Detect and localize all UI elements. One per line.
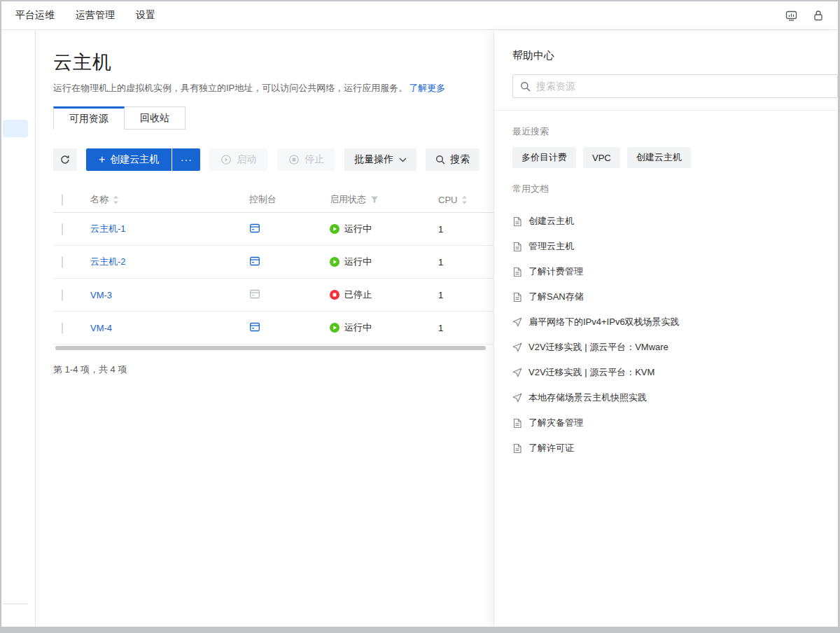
status-cell: 运行中	[330, 256, 438, 268]
create-vm-label: 创建云主机	[110, 153, 159, 166]
select-all-checkbox[interactable]	[62, 194, 63, 206]
document-icon	[512, 443, 522, 454]
vm-name-link[interactable]: 云主机-1	[90, 223, 126, 234]
stop-button[interactable]: 停止	[277, 148, 335, 171]
vm-name-link[interactable]: 云主机-2	[90, 256, 126, 267]
column-header-status[interactable]: 启用状态	[330, 193, 438, 206]
nav-operation-mgmt[interactable]: 运营管理	[76, 9, 115, 22]
doc-list: 创建云主机 管理云主机 了解计费管理 了解SAN存储 扁平网络下的IPv4+IP…	[512, 209, 838, 461]
doc-link[interactable]: 管理云主机	[512, 234, 838, 259]
row-checkbox[interactable]	[62, 289, 63, 301]
doc-link[interactable]: 了解灾备管理	[512, 410, 838, 436]
recent-tag[interactable]: VPC	[583, 147, 620, 168]
search-button[interactable]: 搜索	[426, 148, 479, 171]
document-icon	[512, 267, 522, 277]
help-center-title: 帮助中心	[512, 49, 838, 62]
doc-link[interactable]: 扁平网络下的IPv4+IPv6双栈场景实践	[512, 309, 838, 335]
start-label: 启动	[237, 153, 256, 166]
help-search-box[interactable]	[512, 74, 838, 98]
chevron-down-icon	[399, 158, 407, 162]
column-status-label: 启用状态	[330, 193, 366, 206]
doc-link-label: 了解计费管理	[528, 265, 583, 278]
doc-link[interactable]: 了解计费管理	[512, 259, 838, 284]
help-center-panel: 帮助中心 最近搜索 多价目计费 VPC 创建云主机 常用文档 创建云主机	[493, 31, 838, 627]
column-header-name[interactable]: 名称	[90, 193, 249, 206]
start-button[interactable]: 启动	[209, 148, 267, 171]
recent-tag[interactable]: 创建云主机	[627, 147, 691, 168]
sidebar-active-item[interactable]	[3, 120, 28, 137]
ellipsis-icon: ···	[181, 154, 192, 165]
status-cell: 运行中	[330, 321, 438, 334]
document-icon	[512, 216, 522, 227]
left-sidebar-collapsed[interactable]	[1, 31, 36, 627]
nav-platform-ops[interactable]: 平台运维	[15, 9, 55, 22]
page-description-text: 运行在物理机上的虚拟机实例，具有独立的IP地址，可以访问公共网络，运行应用服务。	[53, 83, 407, 93]
vm-name-link[interactable]: VM-3	[90, 290, 112, 300]
more-actions-button[interactable]: ···	[172, 148, 200, 171]
doc-link-label: 了解灾备管理	[528, 417, 583, 429]
plus-icon: +	[99, 153, 105, 166]
column-header-cpu[interactable]: CPU	[438, 195, 494, 205]
filter-funnel-icon[interactable]	[370, 195, 379, 204]
cpu-value: 1	[438, 257, 494, 267]
dashboard-icon[interactable]	[785, 10, 797, 22]
send-icon	[512, 317, 522, 327]
console-icon[interactable]	[249, 256, 260, 267]
console-icon[interactable]	[249, 223, 260, 234]
tab-recycle-bin[interactable]: 回收站	[125, 106, 186, 130]
app-window: 平台运维 运营管理 设置	[1, 1, 838, 627]
sort-icon[interactable]	[461, 195, 468, 204]
console-icon[interactable]	[249, 321, 260, 333]
doc-link-label: V2V迁移实践 | 源云平台：VMware	[528, 341, 668, 354]
vm-name-link[interactable]: VM-4	[90, 323, 112, 333]
status-text: 已停止	[344, 288, 372, 301]
doc-link-label: 管理云主机	[528, 240, 574, 253]
doc-link[interactable]: 了解许可证	[512, 436, 838, 461]
cpu-value: 1	[438, 224, 494, 235]
console-icon[interactable]	[249, 288, 260, 300]
refresh-button[interactable]	[53, 148, 77, 171]
send-icon	[512, 342, 522, 352]
top-nav: 平台运维 运营管理 设置	[15, 9, 155, 22]
scrollbar-thumb[interactable]	[55, 346, 486, 350]
doc-link[interactable]: 本地存储场景云主机快照实践	[512, 385, 838, 410]
status-icon	[330, 290, 340, 300]
help-search-input[interactable]	[536, 81, 830, 92]
refresh-icon	[59, 154, 71, 165]
content-area: 云主机 运行在物理机上的虚拟机实例，具有独立的IP地址，可以访问公共网络，运行应…	[1, 31, 838, 627]
doc-link[interactable]: 了解SAN存储	[512, 284, 838, 309]
sort-icon[interactable]	[113, 195, 119, 204]
tab-available-resources[interactable]: 可用资源	[53, 106, 125, 130]
recent-search-tags: 多价目计费 VPC 创建云主机	[512, 147, 838, 168]
document-icon	[512, 418, 522, 429]
column-name-label: 名称	[90, 193, 108, 206]
sidebar-divider	[3, 604, 28, 604]
document-icon	[512, 292, 522, 302]
recent-tag[interactable]: 多价目计费	[512, 147, 576, 168]
doc-link[interactable]: 创建云主机	[512, 209, 838, 234]
doc-link[interactable]: V2V迁移实践 | 源云平台：KVM	[512, 360, 838, 385]
column-console-label: 控制台	[249, 193, 276, 206]
lock-icon[interactable]	[813, 10, 824, 22]
column-header-console: 控制台	[249, 193, 330, 206]
top-bar: 平台运维 运营管理 设置	[1, 1, 838, 30]
stop-circle-icon	[288, 154, 300, 165]
status-icon	[330, 323, 340, 333]
doc-link-label: 扁平网络下的IPv4+IPv6双栈场景实践	[528, 316, 680, 328]
row-checkbox[interactable]	[62, 223, 63, 235]
learn-more-link[interactable]: 了解更多	[409, 83, 445, 93]
send-icon	[512, 393, 522, 403]
batch-actions-button[interactable]: 批量操作	[344, 148, 416, 171]
create-vm-button[interactable]: + 创建云主机	[86, 148, 172, 171]
doc-link-label: 了解SAN存储	[528, 291, 584, 303]
stop-label: 停止	[304, 153, 324, 166]
doc-link[interactable]: V2V迁移实践 | 源云平台：VMware	[512, 335, 838, 360]
doc-link-label: 了解许可证	[528, 442, 574, 454]
nav-settings[interactable]: 设置	[136, 9, 155, 22]
send-icon	[512, 368, 522, 377]
status-icon	[330, 257, 340, 267]
status-text: 运行中	[344, 256, 372, 268]
row-checkbox[interactable]	[62, 256, 63, 268]
row-checkbox[interactable]	[62, 322, 63, 334]
recent-search-label: 最近搜索	[512, 125, 838, 138]
